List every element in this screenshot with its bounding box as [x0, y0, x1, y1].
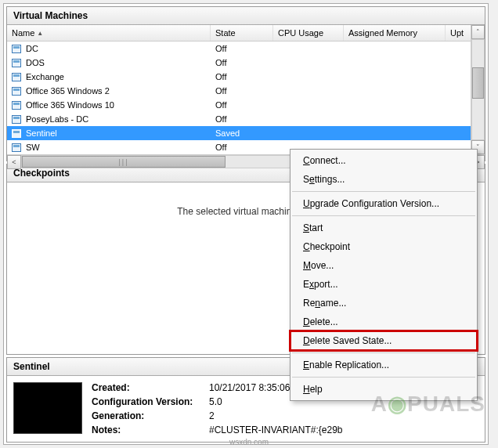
vm-icon [12, 45, 21, 53]
vm-name: DOS [26, 58, 45, 67]
sort-asc-icon: ▲ [37, 30, 43, 37]
vm-icon [12, 143, 21, 152]
vm-state: Off [211, 72, 273, 81]
menu-item[interactable]: Start [290, 219, 477, 237]
menu-item[interactable]: Enable Replication... [290, 356, 477, 374]
table-row[interactable]: DOSOff [7, 56, 485, 70]
menu-item[interactable]: Upgrade Configuration Version... [290, 194, 477, 213]
panel-title: Virtual Machines [13, 10, 88, 21]
menu-separator [292, 352, 475, 353]
vm-state: Off [211, 114, 273, 124]
vm-icon [12, 87, 21, 96]
table-row[interactable]: Office 365 Windows 10Off [7, 98, 485, 112]
menu-item[interactable]: Delete Saved State... [290, 331, 477, 350]
panel-title: Checkpoints [13, 168, 70, 179]
generation-label: Generation: [92, 410, 209, 421]
vm-state: Off [211, 86, 273, 96]
menu-separator [292, 191, 475, 192]
vertical-scrollbar[interactable]: ˄ ˅ [471, 25, 485, 154]
vm-state: Saved [211, 128, 273, 138]
vm-icon [12, 73, 21, 81]
menu-item[interactable]: Delete... [290, 313, 477, 331]
vm-state: Off [211, 143, 273, 152]
footer-text: wsxdn.com [229, 438, 269, 446]
column-cpu[interactable]: CPU Usage [273, 25, 344, 41]
table-row[interactable]: DCOff [7, 42, 485, 56]
vm-state: Off [211, 44, 273, 53]
vm-state: Off [211, 58, 273, 67]
table-row[interactable]: PoseyLabs - DCOff [7, 112, 485, 126]
notes-value: #CLUSTER-INVARIANT#:{e29b [209, 425, 343, 435]
vm-name: DC [26, 44, 38, 53]
panel-header[interactable]: Virtual Machines [7, 7, 485, 25]
column-memory[interactable]: Assigned Memory [344, 25, 446, 41]
panel-title: Sentinel [13, 361, 50, 372]
vm-icon [12, 101, 21, 110]
vm-icon [12, 115, 21, 124]
column-state[interactable]: State [211, 25, 273, 41]
vm-name: Office 365 Windows 10 [26, 100, 114, 110]
vm-thumbnail [13, 382, 82, 434]
watermark: A◉PUALS [371, 391, 485, 417]
context-menu: Connect...Settings...Upgrade Configurati… [290, 149, 478, 401]
created-label: Created: [92, 382, 209, 393]
vscroll-thumb[interactable] [472, 67, 484, 99]
vm-name: SW [26, 143, 40, 152]
vm-icon [12, 129, 21, 138]
config-version-label: Configuration Version: [92, 396, 209, 407]
vm-name: Sentinel [26, 128, 57, 138]
vm-state: Off [211, 100, 273, 110]
table-row[interactable]: ExchangeOff [7, 70, 485, 84]
menu-item[interactable]: Rename... [290, 294, 477, 313]
vm-icon [12, 59, 21, 67]
notes-label: Notes: [92, 425, 209, 435]
menu-item[interactable]: Move... [290, 256, 477, 275]
scroll-left-button[interactable]: < [7, 155, 21, 169]
menu-item[interactable]: Export... [290, 275, 477, 294]
menu-separator [292, 215, 475, 216]
scroll-up-button[interactable]: ˄ [471, 25, 485, 39]
menu-item[interactable]: Checkpoint [290, 237, 477, 256]
generation-value: 2 [209, 410, 343, 421]
menu-item[interactable]: Connect... [290, 151, 477, 170]
table-row[interactable]: Office 365 Windows 2Off [7, 84, 485, 98]
scroll-thumb[interactable]: ||| [22, 156, 226, 168]
vm-name: PoseyLabs - DC [26, 114, 88, 124]
table-row[interactable]: SentinelSaved [7, 126, 485, 140]
menu-item[interactable]: Settings... [290, 170, 477, 189]
column-name[interactable]: Name ▲ [7, 25, 211, 41]
virtual-machines-panel: Virtual Machines Name ▲ State CPU Usage … [6, 6, 485, 161]
column-headers: Name ▲ State CPU Usage Assigned Memory U… [7, 25, 485, 42]
vm-name: Office 365 Windows 2 [26, 86, 110, 96]
vm-name: Exchange [26, 72, 64, 81]
menu-separator [292, 377, 475, 378]
